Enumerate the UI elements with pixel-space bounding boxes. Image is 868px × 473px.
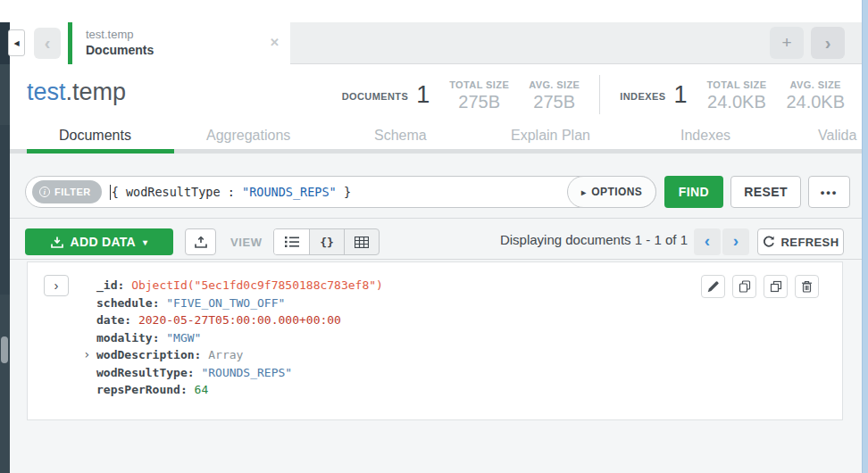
tab-close-icon[interactable]: ✕ <box>270 36 280 49</box>
chevron-left-icon: ‹ <box>705 231 710 251</box>
collection-name: temp <box>72 79 126 105</box>
avg-size-value: 275B <box>533 93 575 111</box>
tab-explain-plan[interactable]: Explain Plan <box>511 128 590 144</box>
field-wod-result-type[interactable]: wodResultType: "ROUNDS_REPS" <box>96 364 383 382</box>
field-modality[interactable]: modality: "MGW" <box>96 329 383 347</box>
document-fields: _id: ObjectId("5ec1fd0c9f7850188c783ef8"… <box>96 277 383 399</box>
expand-document-button[interactable]: › <box>44 275 69 296</box>
text-cursor <box>110 185 111 200</box>
tab-indexes[interactable]: Indexes <box>680 128 730 144</box>
view-switcher: {} <box>273 228 380 255</box>
collapse-left-icon: ◀ <box>13 39 19 47</box>
field-wod-description[interactable]: ›wodDescription: Array <box>96 346 383 364</box>
tab-aggregations[interactable]: Aggregations <box>206 128 290 144</box>
list-view-button[interactable] <box>274 229 309 254</box>
filter-badge: i FILTER <box>32 180 102 203</box>
field-colon: : <box>124 313 131 327</box>
table-view-icon <box>355 236 369 248</box>
reset-button[interactable]: RESET <box>730 176 801 208</box>
filter-badge-label: FILTER <box>54 187 91 197</box>
refresh-icon <box>763 236 775 248</box>
refresh-label: REFRESH <box>781 236 839 249</box>
clone-icon <box>770 280 782 293</box>
documents-total-size-stat: TOTAL SIZE 275B <box>449 79 509 111</box>
indexes-stat-label: INDEXES <box>620 91 665 102</box>
field-colon: : <box>153 296 160 310</box>
next-page-button[interactable]: › <box>722 228 749 255</box>
documents-stat-label: DOCUMENTS <box>342 91 409 102</box>
tab-schema[interactable]: Schema <box>374 128 427 144</box>
query-key: wodResultType <box>126 185 221 199</box>
expand-array-icon[interactable]: › <box>83 346 90 364</box>
previous-page-button[interactable]: ‹ <box>694 228 721 255</box>
more-options-button[interactable]: ••• <box>808 176 850 208</box>
documents-avg-size-stat: AVG. SIZE 275B <box>529 79 580 111</box>
indexes-count-stat: INDEXES 1 <box>620 83 687 107</box>
field-date[interactable]: date: 2020-05-27T05:00:00.000+00:00 <box>96 311 383 329</box>
info-icon: i <box>39 187 50 197</box>
pagination: ‹ › <box>694 228 749 255</box>
tab-scroll-right-button[interactable]: › <box>811 27 845 59</box>
field-value: 64 <box>195 383 209 396</box>
field-value: "ROUNDS_REPS" <box>201 366 292 379</box>
database-name[interactable]: test <box>27 79 66 105</box>
avg-size-label: AVG. SIZE <box>529 79 580 90</box>
edit-document-button[interactable] <box>701 275 725 298</box>
view-label: VIEW <box>230 236 263 249</box>
field-key: repsPerRound <box>96 383 180 396</box>
clone-document-button[interactable] <box>764 275 788 298</box>
table-view-button[interactable] <box>344 229 379 254</box>
upload-tray-icon <box>195 236 207 248</box>
json-view-button[interactable]: {} <box>309 229 344 254</box>
tab-test-temp-documents[interactable]: test.temp Documents ✕ <box>68 22 290 64</box>
refresh-button[interactable]: REFRESH <box>757 228 844 255</box>
chevron-right-icon: › <box>825 33 831 54</box>
document-actions <box>701 275 819 298</box>
field-colon: : <box>153 331 160 344</box>
field-schedule[interactable]: schedule: "FIVE_ON_TWO_OFF" <box>96 295 383 312</box>
sidebar-collapse-button[interactable]: ◀ <box>8 29 25 56</box>
displaying-status: Displaying documents 1 - 1 of 1 <box>500 232 688 247</box>
chevron-right-icon: › <box>54 278 59 293</box>
sidebar-strip-mid <box>0 125 10 295</box>
sidebar-scrollbar-thumb[interactable] <box>1 336 8 363</box>
index-total-size-label: TOTAL SIZE <box>706 79 766 90</box>
tab-namespace: test.temp <box>86 28 281 42</box>
new-tab-button[interactable]: + <box>770 27 804 59</box>
field-reps-per-round[interactable]: repsPerRound: 64 <box>96 381 383 399</box>
delete-document-button[interactable] <box>795 275 819 298</box>
workspace-tab-bar: ‹ test.temp Documents ✕ + › <box>10 22 862 64</box>
field-value: Array <box>208 348 243 361</box>
field-value: 2020-05-27T05:00:00.000+00:00 <box>138 313 341 327</box>
index-avg-size-value: 24.0KB <box>786 93 845 111</box>
index-avg-size-label: AVG. SIZE <box>790 79 841 90</box>
field-key: date <box>96 313 124 327</box>
field-key: wodDescription <box>96 348 195 361</box>
triangle-right-icon: ▸ <box>581 187 586 197</box>
tab-scroll-left-button[interactable]: ‹ <box>34 28 61 59</box>
collection-title: test.temp <box>27 79 126 106</box>
trash-icon <box>801 280 813 293</box>
find-button[interactable]: FIND <box>664 176 723 208</box>
chevron-left-icon: ‹ <box>45 33 51 54</box>
add-data-button[interactable]: ADD DATA ▾ <box>25 228 173 255</box>
export-collection-button[interactable] <box>185 228 216 255</box>
documents-toolbar: ADD DATA ▾ VIEW {} <box>10 219 862 259</box>
tab-validation[interactable]: Valida <box>818 128 856 144</box>
sidebar-collapsed-strip <box>0 22 10 473</box>
window-scrollbar[interactable] <box>862 0 868 473</box>
query-colon: : <box>228 185 235 199</box>
field-id[interactable]: _id: ObjectId("5ec1fd0c9f7850188c783ef8"… <box>96 277 383 295</box>
collection-stats: DOCUMENTS 1 TOTAL SIZE 275B AVG. SIZE 27… <box>342 64 845 125</box>
chevron-right-icon: › <box>733 231 739 251</box>
namespace-separator: . <box>66 79 73 105</box>
indexes-stat-value: 1 <box>673 83 687 107</box>
download-tray-icon <box>51 236 63 248</box>
copy-document-button[interactable] <box>732 275 756 298</box>
options-toggle-button[interactable]: ▸ OPTIONS <box>567 176 656 208</box>
tab-documents[interactable]: Documents <box>59 128 131 144</box>
field-colon: : <box>180 383 188 396</box>
add-data-label: ADD DATA <box>71 235 136 249</box>
braces-icon: {} <box>320 236 334 249</box>
filter-input[interactable]: i FILTER { wodResultType : "ROUNDS_REPS"… <box>25 176 656 208</box>
